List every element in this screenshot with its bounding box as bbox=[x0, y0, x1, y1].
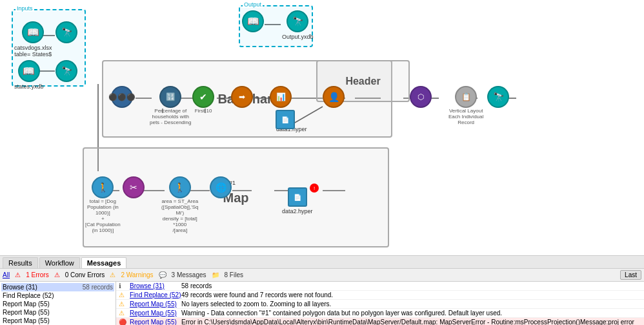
message-row-2[interactable]: ⚠ Find Replace (52) 49 records were foun… bbox=[116, 291, 644, 300]
msg-icon-3: ⚠ bbox=[119, 300, 128, 308]
node-data2-hyper[interactable]: 📄 data2.hyper bbox=[282, 187, 313, 215]
node-spatial-process[interactable]: 🚶 area = ST_Area([SpatialObj],'SqMi')den… bbox=[161, 176, 199, 233]
msg-source-5[interactable]: Report Map (55) bbox=[130, 319, 181, 325]
node-header-person[interactable]: 👤 bbox=[323, 86, 345, 108]
node-tile[interactable]: 🔢 Percentage ofhouseholds withpets - Des… bbox=[150, 86, 191, 125]
node-icon-output-bino: 🔭 bbox=[287, 10, 308, 32]
node-icon-map-spatial: 🚶 bbox=[92, 176, 114, 198]
filter-report-map-2[interactable]: Report Map (55) bbox=[1, 308, 114, 317]
node-output-book[interactable]: 📖 bbox=[242, 10, 264, 32]
node-icon-scissors: ✂ bbox=[123, 176, 145, 198]
node-select[interactable]: ➡ bbox=[231, 86, 253, 108]
message-row-3[interactable]: ⚠ Report Map (55) No layers selected to … bbox=[116, 300, 644, 309]
node-sublabel-report: Vertical LayoutEach IndividualRecord bbox=[448, 108, 483, 125]
node-catsvdogs[interactable]: 📖 catsvdogs.xlsxtable= States$ bbox=[14, 21, 52, 58]
filter-find-replace-label: Find Replace (52) bbox=[3, 292, 54, 299]
node-icon-bino-top: 🔭 bbox=[55, 21, 77, 43]
msg-icon-5: 🔴 bbox=[119, 319, 128, 325]
node-icon-data1: 📄 bbox=[276, 110, 295, 129]
filter-find-replace[interactable]: Find Replace (52) bbox=[1, 291, 114, 300]
tab-messages[interactable]: Messages bbox=[81, 257, 127, 268]
node-share[interactable]: ⬡ bbox=[410, 86, 432, 108]
last-button[interactable]: Last bbox=[620, 270, 641, 280]
node-sublabel-spatial2: area = ST_Area([SpatialObj],'SqMi')densi… bbox=[161, 198, 199, 233]
tab-results[interactable]: Results bbox=[3, 257, 38, 268]
messages-list: ℹ Browse (31) 58 records ⚠ Find Replace … bbox=[116, 282, 644, 325]
node-icon-data2: 📄 bbox=[288, 187, 307, 207]
output-label: Output bbox=[243, 1, 263, 8]
node-label-states: states.yxdb bbox=[14, 83, 44, 90]
node-icon-bino-bottom: 🔭 bbox=[55, 60, 77, 82]
node-icon-select: ➡ bbox=[231, 86, 253, 108]
node-icon-states: 📖 bbox=[18, 60, 40, 82]
all-filter[interactable]: All bbox=[3, 271, 10, 278]
filter-browse-label: Browse (31) bbox=[3, 284, 37, 291]
msg-source-3[interactable]: Report Map (55) bbox=[130, 300, 181, 308]
node-icon-globe: 🌐 bbox=[210, 176, 232, 198]
node-scissors[interactable]: ✂ bbox=[123, 176, 145, 198]
message-row-1[interactable]: ℹ Browse (31) 58 records bbox=[116, 282, 644, 291]
node-output-bino[interactable]: 🔭 Output.yxdb bbox=[282, 10, 314, 40]
node-sublabel-filter: First 10 bbox=[195, 108, 212, 114]
filter-browse-src: 58 records bbox=[83, 284, 113, 291]
node-icon-summarize: ⚫⚫⚫ bbox=[111, 86, 133, 108]
node-bino-bottom[interactable]: 🔭 bbox=[55, 60, 77, 82]
node-icon-output-book: 📖 bbox=[242, 10, 264, 32]
filter-report-map-1[interactable]: Report Map (55) bbox=[1, 300, 114, 308]
msg-text-4: Warning - Data connection "#1" contained… bbox=[181, 309, 641, 317]
tab-workflow[interactable]: Workflow bbox=[39, 257, 80, 268]
node-label-data2: data2.hyper bbox=[282, 208, 313, 215]
conv-errors-count[interactable]: 0 Conv Errors bbox=[65, 271, 105, 278]
bottom-panel: Results Workflow Messages All ⚠ 1 Errors… bbox=[0, 255, 644, 325]
node-map-spatial[interactable]: 🚶 total = [DogPopulation (in1000)]+[Cat … bbox=[85, 176, 121, 233]
file-icon: 📁 bbox=[212, 271, 219, 278]
files-count[interactable]: 8 Files bbox=[225, 271, 243, 278]
toolbar-row: All ⚠ 1 Errors ⚠ 0 Conv Errors ⚠ 2 Warni… bbox=[0, 269, 644, 282]
node-globe[interactable]: 🌐 bbox=[210, 176, 232, 198]
node-icon-catsvdogs: 📖 bbox=[22, 21, 44, 43]
msg-text-2: 49 records were found and 7 records were… bbox=[181, 291, 641, 299]
workflow-canvas: Inputs Output 📖 catsvdogs.xlsxtable= Sta… bbox=[0, 0, 644, 255]
messages-count[interactable]: 3 Messages bbox=[172, 271, 206, 278]
filter-report-map-3[interactable]: Report Map (55) bbox=[1, 317, 114, 325]
node-icon-header-person: 👤 bbox=[323, 86, 345, 108]
inputs-label: Inputs bbox=[15, 5, 34, 12]
filter-browse[interactable]: Browse (31) 58 records bbox=[1, 283, 114, 291]
node-filter[interactable]: ✔ First 10 bbox=[192, 86, 214, 114]
msg-source-4[interactable]: Report Map (55) bbox=[130, 309, 181, 317]
node-states[interactable]: 📖 states.yxdb bbox=[14, 60, 44, 90]
errors-count[interactable]: 1 Errors bbox=[26, 271, 49, 278]
msg-icon-1: ℹ bbox=[119, 282, 128, 289]
node-barchart-icon[interactable]: 📊 bbox=[270, 86, 292, 108]
node-label-catsvdogs: catsvdogs.xlsxtable= States$ bbox=[14, 45, 52, 58]
node-sublabel-tile: Percentage ofhouseholds withpets - Desce… bbox=[150, 108, 191, 125]
node-icon-report: 📋 bbox=[455, 86, 477, 108]
node-bino-top[interactable]: 🔭 bbox=[55, 21, 77, 43]
node-icon-share: ⬡ bbox=[410, 86, 432, 108]
node-report[interactable]: 📋 Vertical LayoutEach IndividualRecord bbox=[448, 86, 483, 125]
msg-text-5: Error in C:\Users\dsmda\AppData\Local\Al… bbox=[181, 319, 641, 325]
node-bino-last[interactable]: 🔭 bbox=[487, 86, 509, 108]
message-row-5[interactable]: 🔴 Report Map (55) Error in C:\Users\dsmd… bbox=[116, 318, 644, 325]
err-icon: ⚠ bbox=[15, 271, 21, 278]
node-icon-bino-last: 🔭 bbox=[487, 86, 509, 108]
filter-report-map-3-label: Report Map (55) bbox=[3, 317, 50, 324]
warn-icon-tb: ⚠ bbox=[110, 271, 116, 278]
node-summarize[interactable]: ⚫⚫⚫ bbox=[111, 86, 133, 108]
node-data1-hyper[interactable]: 📄 bbox=[276, 110, 295, 129]
conv-err-icon: ⚠ bbox=[54, 271, 60, 278]
node-label-output: Output.yxdb bbox=[282, 34, 314, 40]
tab-bar: Results Workflow Messages bbox=[0, 256, 644, 269]
messages-area: Browse (31) 58 records Find Replace (52)… bbox=[0, 282, 644, 325]
filter-panel: Browse (31) 58 records Find Replace (52)… bbox=[0, 282, 116, 325]
node-icon-barchart: 📊 bbox=[270, 86, 292, 108]
msg-source-1[interactable]: Browse (31) bbox=[130, 282, 181, 289]
message-row-4[interactable]: ⚠ Report Map (55) Warning - Data connect… bbox=[116, 309, 644, 318]
msg-icon-tb: 💬 bbox=[159, 271, 166, 278]
header-label: Header bbox=[345, 76, 380, 87]
warnings-count[interactable]: 2 Warnings bbox=[121, 271, 153, 278]
msg-source-2[interactable]: Find Replace (52) bbox=[130, 291, 181, 299]
node-sublabel-spatial: total = [DogPopulation (in1000)]+[Cat Po… bbox=[85, 198, 121, 233]
filter-report-map-2-label: Report Map (55) bbox=[3, 309, 50, 316]
msg-icon-2: ⚠ bbox=[119, 291, 128, 299]
